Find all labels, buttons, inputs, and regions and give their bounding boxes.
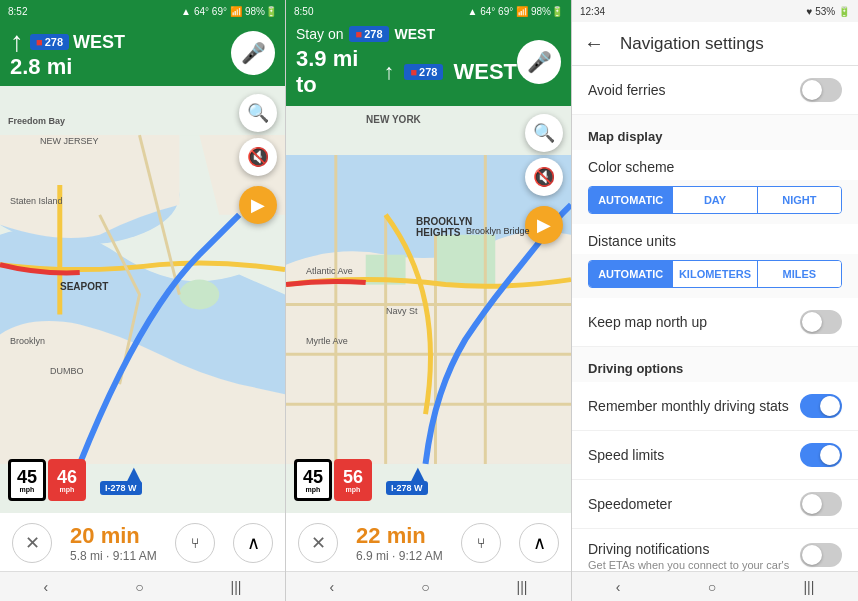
settings-status-bar: 12:34 ♥ 53% 🔋 — [572, 0, 858, 22]
phone-panel-1: 8:52 ▲ 64° 69° 📶 98%🔋 ↑ ■ 278 WEST 2.8 m… — [0, 0, 286, 601]
trip-detail-2: 6.9 mi · 9:12 AM — [356, 549, 443, 563]
settings-content: Avoid ferries Map display Color scheme A… — [572, 66, 858, 571]
time-2: 8:50 — [294, 6, 313, 17]
avoid-ferries-row: Avoid ferries — [572, 66, 858, 115]
speed-limits-row: Speed limits — [572, 431, 858, 480]
nav-arrow-map-1: ▲ — [120, 459, 148, 491]
driving-options-header: Driving options — [572, 347, 858, 382]
label-myrtle: Myrtle Ave — [306, 336, 348, 346]
sys-home-1[interactable]: ○ — [115, 575, 163, 599]
trip-time-2: 22 min — [356, 523, 443, 549]
label-seaport: SEAPORT — [60, 281, 108, 292]
label-brooklyn-heights: BROOKLYNHEIGHTS — [416, 216, 472, 238]
sys-recent-2[interactable]: ||| — [497, 575, 548, 599]
settings-time: 12:34 — [580, 6, 605, 17]
driving-notif-label: Driving notifications — [588, 541, 800, 557]
color-scheme-row: Color scheme — [572, 150, 858, 180]
color-automatic-btn[interactable]: AUTOMATIC — [589, 187, 673, 213]
speed-current-1: 46 mph — [48, 459, 86, 501]
mute-btn-2[interactable]: 🔇 — [525, 158, 563, 196]
keep-north-toggle[interactable] — [800, 310, 842, 334]
label-atlantic: Atlantic Ave — [306, 266, 353, 276]
speed-limits-toggle[interactable] — [800, 443, 842, 467]
route-badge-2b: ■ 278 — [404, 64, 443, 80]
label-freedom: Freedom Bay — [8, 116, 65, 126]
trip-time-1: 20 min — [70, 523, 157, 549]
mute-btn-1[interactable]: 🔇 — [239, 138, 277, 176]
color-day-btn[interactable]: DAY — [673, 187, 757, 213]
dist-miles-btn[interactable]: MILES — [758, 261, 841, 287]
route-badge-2a: ■ 278 — [349, 26, 388, 42]
sys-recent-1[interactable]: ||| — [211, 575, 262, 599]
close-btn-2[interactable]: ✕ — [298, 523, 338, 563]
dist-automatic-btn[interactable]: AUTOMATIC — [589, 261, 673, 287]
driving-notifications-row: Driving notifications Get ETAs when you … — [572, 529, 858, 571]
phone-panel-2: 8:50 ▲ 64° 69° 📶 98%🔋 Stay on ■ 278 WEST… — [286, 0, 572, 601]
label-navy-st: Navy St — [386, 306, 418, 316]
avoid-ferries-toggle[interactable] — [800, 78, 842, 102]
distance-units-control: AUTOMATIC KILOMETERS MILES — [588, 260, 842, 288]
map-area-2: 🔍 🔇 ▶ 45 mph 56 mph I-278 W ▲ NEW YORK B… — [286, 106, 571, 513]
map-area-1: 🔍 🔇 ▶ 45 mph 46 mph I-278 W ▲ Freedom Ba… — [0, 86, 285, 513]
sys-nav-settings: ‹ ○ ||| — [572, 571, 858, 601]
settings-panel: 12:34 ♥ 53% 🔋 ← Navigation settings Avoi… — [572, 0, 858, 601]
status-icons-1: ▲ 64° 69° 📶 98%🔋 — [181, 6, 277, 17]
speedometer-row: Speedometer — [572, 480, 858, 529]
arrow-2: ↑ — [383, 59, 394, 85]
back-btn[interactable]: ← — [584, 32, 604, 55]
label-new-jersey: NEW JERSEY — [40, 136, 99, 146]
trip-info-2: 22 min 6.9 mi · 9:12 AM — [356, 523, 443, 563]
dist-km-btn[interactable]: KILOMETERS — [673, 261, 757, 287]
route-options-btn-1[interactable]: ⑂ — [175, 523, 215, 563]
color-night-btn[interactable]: NIGHT — [758, 187, 841, 213]
sys-back-2[interactable]: ‹ — [309, 575, 354, 599]
driving-notif-sublabel: Get ETAs when you connect to your car's … — [588, 559, 800, 571]
driving-notif-toggle[interactable] — [800, 543, 842, 567]
expand-btn-2[interactable]: ∧ — [519, 523, 559, 563]
speed-limit-1: 45 mph — [8, 459, 46, 501]
status-bar-1: 8:52 ▲ 64° 69° 📶 98%🔋 — [0, 0, 285, 22]
speed-limits-label: Speed limits — [588, 447, 664, 463]
nav-arrow-map-2: ▲ — [404, 459, 432, 491]
sys-recent-settings[interactable]: ||| — [783, 575, 834, 599]
status-bar-2: 8:50 ▲ 64° 69° 📶 98%🔋 — [286, 0, 571, 22]
monthly-stats-toggle[interactable] — [800, 394, 842, 418]
nav-header-1: ↑ ■ 278 WEST 2.8 mi 🎤 — [0, 22, 285, 86]
direction-arrow-1: ↑ — [10, 28, 24, 56]
sys-home-settings[interactable]: ○ — [688, 575, 736, 599]
svg-point-2 — [179, 280, 219, 310]
monthly-stats-label: Remember monthly driving stats — [588, 398, 789, 414]
close-btn-1[interactable]: ✕ — [12, 523, 52, 563]
sys-back-settings[interactable]: ‹ — [596, 575, 641, 599]
expand-btn-1[interactable]: ∧ — [233, 523, 273, 563]
status-icons-2: ▲ 64° 69° 📶 98%🔋 — [468, 6, 564, 17]
distance-1: 2.8 mi — [10, 56, 125, 78]
settings-header: ← Navigation settings — [572, 22, 858, 66]
sys-nav-2: ‹ ○ ||| — [286, 571, 571, 601]
route-badge-1: ■ 278 — [30, 34, 69, 50]
sys-back-1[interactable]: ‹ — [23, 575, 68, 599]
bottom-bar-1: ✕ 20 min 5.8 mi · 9:11 AM ⑂ ∧ — [0, 513, 285, 571]
voice-btn-2[interactable]: 🎤 — [517, 40, 561, 84]
monthly-stats-row: Remember monthly driving stats — [572, 382, 858, 431]
sys-home-2[interactable]: ○ — [401, 575, 449, 599]
direction-info-1: ↑ ■ 278 WEST 2.8 mi — [10, 28, 125, 78]
sys-nav-1: ‹ ○ ||| — [0, 571, 285, 601]
mic-icon-1: 🎤 — [241, 41, 266, 65]
trip-info-1: 20 min 5.8 mi · 9:11 AM — [70, 523, 157, 563]
label-brooklyn-bridge: Brooklyn Bridge — [466, 226, 530, 236]
speedometer-label: Speedometer — [588, 496, 672, 512]
label-brooklyn: Brooklyn — [10, 336, 45, 346]
speedometer-toggle[interactable] — [800, 492, 842, 516]
color-scheme-label: Color scheme — [588, 159, 674, 175]
voice-btn-1[interactable]: 🎤 — [231, 31, 275, 75]
reroute-btn-1[interactable]: ▶ — [239, 186, 277, 224]
search-btn-1[interactable]: 🔍 — [239, 94, 277, 132]
keep-north-row: Keep map north up — [572, 298, 858, 347]
time-1: 8:52 — [8, 6, 27, 17]
search-btn-2[interactable]: 🔍 — [525, 114, 563, 152]
map-display-header: Map display — [572, 115, 858, 150]
route-options-btn-2[interactable]: ⑂ — [461, 523, 501, 563]
speed-current-2: 56 mph — [334, 459, 372, 501]
reroute-btn-2[interactable]: ▶ — [525, 206, 563, 244]
